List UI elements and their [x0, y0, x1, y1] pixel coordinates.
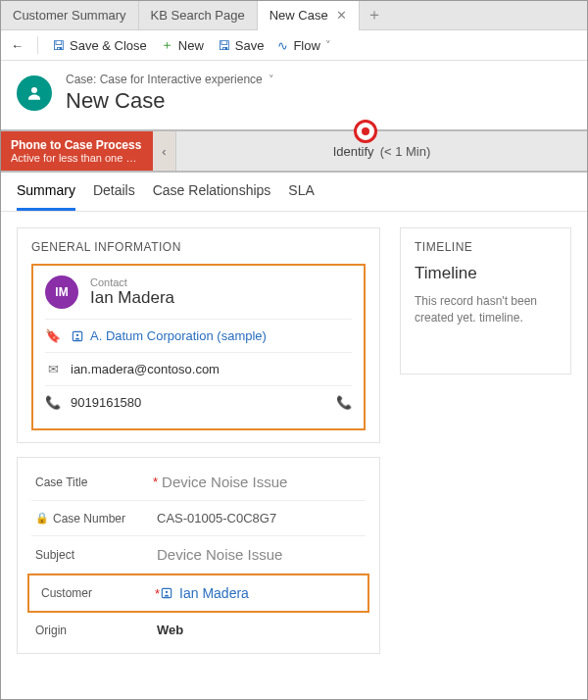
- case-fields-section: Case Title * Device Noise Issue 🔒 Case N…: [17, 457, 380, 654]
- highlight-box: IM Contact Ian Madera 🔖 A. Datum Corpora…: [31, 264, 366, 430]
- tab-sla[interactable]: SLA: [288, 182, 314, 211]
- right-column: TIMELINE Timeline This record hasn't bee…: [400, 227, 571, 654]
- phone-value[interactable]: 9019161580: [71, 395, 141, 410]
- process-status: Active for less than one mi…: [11, 152, 143, 164]
- tab-kb-search[interactable]: KB Search Page: [139, 1, 258, 30]
- back-icon[interactable]: ←: [11, 38, 24, 53]
- phone-row: 📞 9019161580 📞: [45, 385, 352, 419]
- field-label: Origin: [35, 624, 67, 637]
- chevron-down-icon: ˅: [325, 39, 331, 52]
- stage-back-button[interactable]: ‹: [153, 131, 176, 171]
- section-title: GENERAL INFORMATION: [31, 240, 366, 254]
- company-row: 🔖 A. Datum Corporation (sample): [45, 319, 352, 352]
- account-icon: [71, 329, 84, 343]
- tab-label: New Case: [270, 8, 328, 23]
- cmd-label: Save: [235, 38, 265, 53]
- tab-details[interactable]: Details: [93, 182, 135, 211]
- customer-link[interactable]: Ian Madera: [160, 585, 249, 601]
- save-close-icon: 🖫: [52, 38, 65, 53]
- email-value[interactable]: ian.madera@contoso.com: [71, 362, 220, 376]
- field-customer[interactable]: Customer * Ian Madera: [27, 574, 369, 613]
- field-value: Web: [153, 623, 362, 637]
- timeline-empty-message: This record hasn't been created yet. tim…: [415, 293, 557, 326]
- field-case-number: 🔒 Case Number CAS-01005-C0C8G7: [31, 501, 366, 536]
- tab-label: Customer Summary: [13, 8, 126, 23]
- field-subject[interactable]: Subject Device Noise Issue: [31, 536, 366, 574]
- record-header: Case: Case for Interactive experience ˅ …: [1, 61, 587, 129]
- field-origin[interactable]: Origin Web: [31, 613, 366, 647]
- plus-icon: ＋: [161, 36, 173, 54]
- record-type-label: Case: Case for Interactive experience: [66, 73, 263, 86]
- avatar: IM: [45, 275, 78, 309]
- lock-icon: 🔒: [35, 512, 49, 525]
- chevron-down-icon: ˅: [269, 74, 274, 86]
- timeline-section: TIMELINE Timeline This record hasn't bee…: [400, 227, 571, 375]
- record-type-row[interactable]: Case: Case for Interactive experience ˅: [66, 73, 274, 86]
- field-label: Subject: [35, 548, 74, 562]
- tab-new-case[interactable]: New Case ✕: [258, 1, 360, 30]
- process-name-chip[interactable]: Phone to Case Process Active for less th…: [1, 131, 153, 171]
- field-value: Device Noise Issue: [153, 546, 362, 563]
- contact-icon: [160, 586, 173, 600]
- tab-customer-summary[interactable]: Customer Summary: [1, 1, 139, 30]
- contact-header: IM Contact Ian Madera: [45, 275, 352, 309]
- email-row: ✉ ian.madera@contoso.com: [45, 352, 352, 385]
- contact-name[interactable]: Ian Madera: [90, 288, 174, 308]
- phone-icon: 📞: [45, 395, 61, 410]
- field-label: Case Title: [35, 475, 87, 489]
- contact-label: Contact: [90, 276, 174, 288]
- stage-label: Identify: [333, 144, 374, 159]
- field-label: Case Number: [53, 512, 125, 525]
- company-name: A. Datum Corporation (sample): [90, 328, 267, 343]
- form-tabs: Summary Details Case Relationships SLA: [1, 173, 587, 212]
- new-button[interactable]: ＋ New: [161, 36, 204, 54]
- field-label: Customer: [41, 586, 92, 600]
- flow-icon: ∿: [277, 38, 288, 53]
- tab-strip: Customer Summary KB Search Page New Case…: [1, 1, 587, 30]
- command-bar: ← 🖫 Save & Close ＋ New 🖫 Save ∿ Flow ˅: [1, 30, 587, 61]
- add-tab-button[interactable]: ＋: [360, 5, 389, 25]
- field-case-title[interactable]: Case Title * Device Noise Issue: [31, 464, 366, 501]
- save-button[interactable]: 🖫 Save: [218, 38, 265, 53]
- svg-point-4: [166, 591, 168, 593]
- left-column: GENERAL INFORMATION IM Contact Ian Mader…: [17, 227, 380, 654]
- svg-point-2: [76, 333, 78, 335]
- field-value: CAS-01005-C0C8G7: [153, 511, 362, 525]
- process-name: Phone to Case Process: [11, 138, 143, 152]
- tab-summary[interactable]: Summary: [17, 182, 75, 211]
- tab-case-relationships[interactable]: Case Relationships: [153, 182, 271, 211]
- bookmark-icon: 🔖: [45, 328, 61, 343]
- svg-point-0: [31, 87, 37, 93]
- target-icon: [354, 120, 377, 143]
- stage-time: (< 1 Min): [380, 144, 431, 159]
- cmd-label: Save & Close: [70, 38, 147, 53]
- process-bar: Phone to Case Process Active for less th…: [1, 129, 587, 173]
- record-title: New Case: [66, 88, 274, 114]
- general-information-section: GENERAL INFORMATION IM Contact Ian Mader…: [17, 227, 380, 443]
- section-title: TIMELINE: [415, 240, 557, 254]
- cmd-label: Flow: [293, 38, 319, 53]
- company-link[interactable]: A. Datum Corporation (sample): [71, 328, 267, 343]
- tab-label: KB Search Page: [151, 8, 245, 23]
- save-icon: 🖫: [218, 38, 230, 53]
- field-value: Device Noise Issue: [158, 474, 362, 490]
- cmd-label: New: [178, 38, 204, 53]
- mail-icon: ✉: [45, 362, 61, 376]
- close-icon[interactable]: ✕: [336, 8, 347, 23]
- entity-icon: [17, 75, 52, 111]
- timeline-header: Timeline: [415, 264, 557, 283]
- call-icon[interactable]: 📞: [336, 395, 352, 410]
- flow-button[interactable]: ∿ Flow ˅: [277, 38, 330, 53]
- separator: [37, 36, 38, 54]
- stage-identify[interactable]: Identify (< 1 Min): [176, 144, 587, 159]
- form-body: GENERAL INFORMATION IM Contact Ian Mader…: [1, 212, 587, 670]
- customer-name: Ian Madera: [179, 585, 249, 601]
- save-close-button[interactable]: 🖫 Save & Close: [52, 38, 147, 53]
